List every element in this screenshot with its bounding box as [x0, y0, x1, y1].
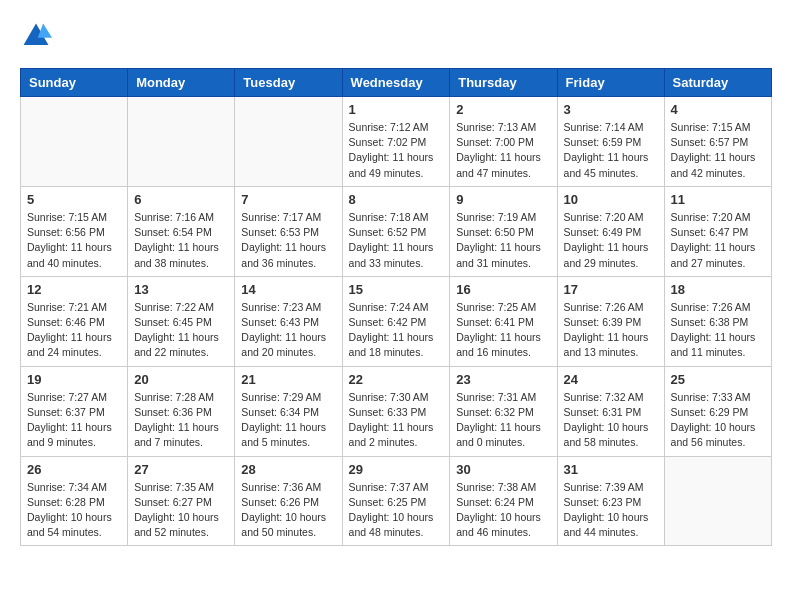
- calendar-cell: 18Sunrise: 7:26 AM Sunset: 6:38 PM Dayli…: [664, 276, 771, 366]
- calendar-cell: [128, 97, 235, 187]
- day-info: Sunrise: 7:23 AM Sunset: 6:43 PM Dayligh…: [241, 300, 335, 361]
- day-info: Sunrise: 7:12 AM Sunset: 7:02 PM Dayligh…: [349, 120, 444, 181]
- day-info: Sunrise: 7:18 AM Sunset: 6:52 PM Dayligh…: [349, 210, 444, 271]
- day-info: Sunrise: 7:37 AM Sunset: 6:25 PM Dayligh…: [349, 480, 444, 541]
- calendar-cell: 5Sunrise: 7:15 AM Sunset: 6:56 PM Daylig…: [21, 186, 128, 276]
- calendar-cell: 3Sunrise: 7:14 AM Sunset: 6:59 PM Daylig…: [557, 97, 664, 187]
- day-number: 13: [134, 282, 228, 297]
- day-number: 3: [564, 102, 658, 117]
- page-header: [20, 20, 772, 52]
- day-number: 16: [456, 282, 550, 297]
- calendar-cell: 21Sunrise: 7:29 AM Sunset: 6:34 PM Dayli…: [235, 366, 342, 456]
- day-info: Sunrise: 7:13 AM Sunset: 7:00 PM Dayligh…: [456, 120, 550, 181]
- day-info: Sunrise: 7:30 AM Sunset: 6:33 PM Dayligh…: [349, 390, 444, 451]
- day-number: 23: [456, 372, 550, 387]
- calendar-week-4: 19Sunrise: 7:27 AM Sunset: 6:37 PM Dayli…: [21, 366, 772, 456]
- calendar-cell: 11Sunrise: 7:20 AM Sunset: 6:47 PM Dayli…: [664, 186, 771, 276]
- day-number: 6: [134, 192, 228, 207]
- calendar-cell: 22Sunrise: 7:30 AM Sunset: 6:33 PM Dayli…: [342, 366, 450, 456]
- day-number: 5: [27, 192, 121, 207]
- calendar-week-3: 12Sunrise: 7:21 AM Sunset: 6:46 PM Dayli…: [21, 276, 772, 366]
- calendar-cell: 9Sunrise: 7:19 AM Sunset: 6:50 PM Daylig…: [450, 186, 557, 276]
- day-header-tuesday: Tuesday: [235, 69, 342, 97]
- calendar-cell: 23Sunrise: 7:31 AM Sunset: 6:32 PM Dayli…: [450, 366, 557, 456]
- day-info: Sunrise: 7:29 AM Sunset: 6:34 PM Dayligh…: [241, 390, 335, 451]
- calendar-header-row: SundayMondayTuesdayWednesdayThursdayFrid…: [21, 69, 772, 97]
- day-number: 1: [349, 102, 444, 117]
- day-number: 29: [349, 462, 444, 477]
- day-header-saturday: Saturday: [664, 69, 771, 97]
- day-header-wednesday: Wednesday: [342, 69, 450, 97]
- day-info: Sunrise: 7:19 AM Sunset: 6:50 PM Dayligh…: [456, 210, 550, 271]
- calendar-cell: [21, 97, 128, 187]
- calendar-cell: 19Sunrise: 7:27 AM Sunset: 6:37 PM Dayli…: [21, 366, 128, 456]
- calendar-cell: 27Sunrise: 7:35 AM Sunset: 6:27 PM Dayli…: [128, 456, 235, 546]
- day-header-monday: Monday: [128, 69, 235, 97]
- day-number: 9: [456, 192, 550, 207]
- day-number: 19: [27, 372, 121, 387]
- day-info: Sunrise: 7:31 AM Sunset: 6:32 PM Dayligh…: [456, 390, 550, 451]
- logo: [20, 20, 56, 52]
- calendar-cell: 24Sunrise: 7:32 AM Sunset: 6:31 PM Dayli…: [557, 366, 664, 456]
- calendar-cell: 26Sunrise: 7:34 AM Sunset: 6:28 PM Dayli…: [21, 456, 128, 546]
- logo-icon: [20, 20, 52, 52]
- day-number: 26: [27, 462, 121, 477]
- day-info: Sunrise: 7:22 AM Sunset: 6:45 PM Dayligh…: [134, 300, 228, 361]
- calendar-cell: 1Sunrise: 7:12 AM Sunset: 7:02 PM Daylig…: [342, 97, 450, 187]
- day-info: Sunrise: 7:36 AM Sunset: 6:26 PM Dayligh…: [241, 480, 335, 541]
- calendar-cell: 6Sunrise: 7:16 AM Sunset: 6:54 PM Daylig…: [128, 186, 235, 276]
- day-info: Sunrise: 7:32 AM Sunset: 6:31 PM Dayligh…: [564, 390, 658, 451]
- calendar-cell: 2Sunrise: 7:13 AM Sunset: 7:00 PM Daylig…: [450, 97, 557, 187]
- day-info: Sunrise: 7:25 AM Sunset: 6:41 PM Dayligh…: [456, 300, 550, 361]
- calendar-cell: 13Sunrise: 7:22 AM Sunset: 6:45 PM Dayli…: [128, 276, 235, 366]
- day-info: Sunrise: 7:34 AM Sunset: 6:28 PM Dayligh…: [27, 480, 121, 541]
- calendar-table: SundayMondayTuesdayWednesdayThursdayFrid…: [20, 68, 772, 546]
- day-info: Sunrise: 7:16 AM Sunset: 6:54 PM Dayligh…: [134, 210, 228, 271]
- calendar-cell: 30Sunrise: 7:38 AM Sunset: 6:24 PM Dayli…: [450, 456, 557, 546]
- day-number: 10: [564, 192, 658, 207]
- calendar-cell: 29Sunrise: 7:37 AM Sunset: 6:25 PM Dayli…: [342, 456, 450, 546]
- calendar-cell: 15Sunrise: 7:24 AM Sunset: 6:42 PM Dayli…: [342, 276, 450, 366]
- day-number: 15: [349, 282, 444, 297]
- day-info: Sunrise: 7:28 AM Sunset: 6:36 PM Dayligh…: [134, 390, 228, 451]
- day-info: Sunrise: 7:39 AM Sunset: 6:23 PM Dayligh…: [564, 480, 658, 541]
- calendar-cell: 25Sunrise: 7:33 AM Sunset: 6:29 PM Dayli…: [664, 366, 771, 456]
- calendar-week-1: 1Sunrise: 7:12 AM Sunset: 7:02 PM Daylig…: [21, 97, 772, 187]
- day-number: 11: [671, 192, 765, 207]
- day-number: 4: [671, 102, 765, 117]
- day-info: Sunrise: 7:20 AM Sunset: 6:47 PM Dayligh…: [671, 210, 765, 271]
- calendar-cell: 17Sunrise: 7:26 AM Sunset: 6:39 PM Dayli…: [557, 276, 664, 366]
- calendar-cell: 8Sunrise: 7:18 AM Sunset: 6:52 PM Daylig…: [342, 186, 450, 276]
- calendar-cell: 4Sunrise: 7:15 AM Sunset: 6:57 PM Daylig…: [664, 97, 771, 187]
- day-number: 12: [27, 282, 121, 297]
- day-number: 30: [456, 462, 550, 477]
- day-number: 17: [564, 282, 658, 297]
- day-info: Sunrise: 7:26 AM Sunset: 6:38 PM Dayligh…: [671, 300, 765, 361]
- day-info: Sunrise: 7:17 AM Sunset: 6:53 PM Dayligh…: [241, 210, 335, 271]
- day-number: 21: [241, 372, 335, 387]
- calendar-cell: [664, 456, 771, 546]
- day-info: Sunrise: 7:20 AM Sunset: 6:49 PM Dayligh…: [564, 210, 658, 271]
- calendar-cell: 14Sunrise: 7:23 AM Sunset: 6:43 PM Dayli…: [235, 276, 342, 366]
- calendar-week-5: 26Sunrise: 7:34 AM Sunset: 6:28 PM Dayli…: [21, 456, 772, 546]
- day-number: 2: [456, 102, 550, 117]
- day-header-sunday: Sunday: [21, 69, 128, 97]
- day-number: 7: [241, 192, 335, 207]
- day-info: Sunrise: 7:33 AM Sunset: 6:29 PM Dayligh…: [671, 390, 765, 451]
- day-info: Sunrise: 7:21 AM Sunset: 6:46 PM Dayligh…: [27, 300, 121, 361]
- day-number: 8: [349, 192, 444, 207]
- day-info: Sunrise: 7:38 AM Sunset: 6:24 PM Dayligh…: [456, 480, 550, 541]
- day-info: Sunrise: 7:35 AM Sunset: 6:27 PM Dayligh…: [134, 480, 228, 541]
- day-number: 31: [564, 462, 658, 477]
- day-info: Sunrise: 7:26 AM Sunset: 6:39 PM Dayligh…: [564, 300, 658, 361]
- day-number: 28: [241, 462, 335, 477]
- calendar-cell: 16Sunrise: 7:25 AM Sunset: 6:41 PM Dayli…: [450, 276, 557, 366]
- day-info: Sunrise: 7:15 AM Sunset: 6:56 PM Dayligh…: [27, 210, 121, 271]
- day-header-friday: Friday: [557, 69, 664, 97]
- day-info: Sunrise: 7:14 AM Sunset: 6:59 PM Dayligh…: [564, 120, 658, 181]
- day-number: 18: [671, 282, 765, 297]
- day-info: Sunrise: 7:27 AM Sunset: 6:37 PM Dayligh…: [27, 390, 121, 451]
- calendar-cell: 31Sunrise: 7:39 AM Sunset: 6:23 PM Dayli…: [557, 456, 664, 546]
- day-number: 14: [241, 282, 335, 297]
- day-info: Sunrise: 7:24 AM Sunset: 6:42 PM Dayligh…: [349, 300, 444, 361]
